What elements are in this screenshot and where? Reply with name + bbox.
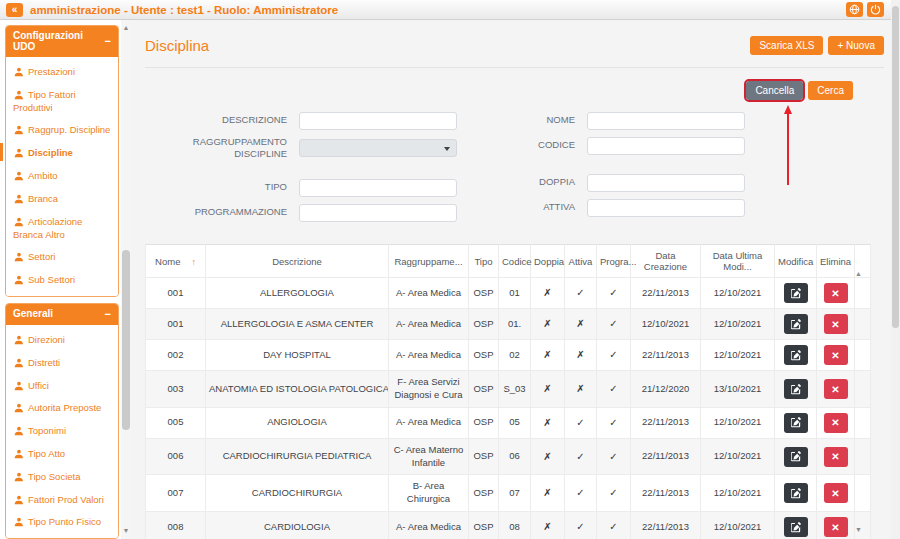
cell-tipo: OSP <box>469 371 499 408</box>
cell-nome: 001 <box>146 309 206 340</box>
sidebar-item-toponimi[interactable]: Toponimi <box>11 420 116 443</box>
edit-button[interactable] <box>784 413 808 433</box>
sidebar-item-branca[interactable]: Branca <box>11 188 116 211</box>
sidebar-item-fattori-prod-valori[interactable]: Fattori Prod Valori <box>11 489 116 512</box>
person-icon <box>13 495 23 505</box>
collapse-minus-icon[interactable]: − <box>105 308 111 320</box>
column-header-attiva[interactable]: Attiva <box>565 245 597 278</box>
sidebar-item-tipo-fattori-produttivi[interactable]: Tipo Fattori Produttivi <box>11 84 116 120</box>
column-header-data-creazione[interactable]: Data Creazione <box>631 245 701 278</box>
delete-button[interactable]: ✕ <box>824 345 848 365</box>
search-button[interactable]: Cerca <box>808 81 853 100</box>
sidebar-item-prestazioni[interactable]: Prestazioni <box>11 61 116 84</box>
filter-label-attiva: ATTIVA <box>529 201 587 213</box>
sidebar-item-ambito[interactable]: Ambito <box>11 165 116 188</box>
column-header-codice[interactable]: Codice <box>499 245 531 278</box>
cell-data-creazione: 22/11/2013 <box>631 438 701 475</box>
column-header-elimina[interactable]: Elimina <box>817 245 855 278</box>
delete-button[interactable]: ✕ <box>824 447 848 467</box>
cell-ragg: A- Area Medica <box>389 512 469 539</box>
column-header-label: Attiva <box>569 256 593 267</box>
sidebar-item-tipo-societa[interactable]: Tipo Societa <box>11 466 116 489</box>
table-scroll-down-icon[interactable]: ▼ <box>855 526 862 533</box>
tipo-input[interactable] <box>299 179 457 197</box>
edit-button[interactable] <box>784 283 808 303</box>
collapse-minus-icon[interactable]: − <box>105 35 111 47</box>
sidebar-item-settori[interactable]: Settori <box>11 246 116 269</box>
sidebar-panel-header-configurazioni-udo[interactable]: Configurazioni UDO− <box>6 26 118 57</box>
sidebar-panel-header-generali[interactable]: Generali− <box>6 304 118 325</box>
column-header-raggruppame[interactable]: Raggruppame... <box>389 245 469 278</box>
person-icon <box>13 252 23 262</box>
cell-data-creazione: 12/10/2021 <box>631 309 701 340</box>
sidebar-item-sub-settori[interactable]: Sub Settori <box>11 269 116 292</box>
column-header-modifica[interactable]: Modifica <box>775 245 817 278</box>
x-mark-icon: ✗ <box>543 287 551 298</box>
table-row: 001ALLERGOLOGIAA- Area MedicaOSP01✗✓✓22/… <box>146 278 871 309</box>
delete-button[interactable]: ✕ <box>824 517 848 537</box>
edit-button[interactable] <box>784 483 808 503</box>
person-icon <box>13 67 23 77</box>
descrizione-input[interactable] <box>299 112 457 130</box>
scroll-down-icon[interactable]: ▼ <box>121 526 131 536</box>
column-header-tipo[interactable]: Tipo <box>469 245 499 278</box>
column-header-label: Tipo <box>474 256 492 267</box>
delete-button[interactable]: ✕ <box>824 283 848 303</box>
delete-button[interactable]: ✕ <box>824 314 848 334</box>
edit-button[interactable] <box>784 314 808 334</box>
globe-icon[interactable] <box>846 2 863 17</box>
sidebar-item-label: Fattori Prod Valori <box>28 494 104 505</box>
edit-button[interactable] <box>784 379 808 399</box>
column-header-progra[interactable]: Progra... <box>597 245 631 278</box>
sidebar-panel-title: Configurazioni UDO <box>13 30 105 52</box>
edit-button[interactable] <box>784 517 808 537</box>
delete-button[interactable]: ✕ <box>824 483 848 503</box>
column-header-data-ultima-modi[interactable]: Data Ultima Modi... <box>701 245 775 278</box>
codice-input[interactable] <box>587 137 745 155</box>
sidebar-item-tipo-atto[interactable]: Tipo Atto <box>11 443 116 466</box>
sidebar-item-raggrup-discipline[interactable]: Raggrup. Discipline <box>11 119 116 142</box>
clear-button[interactable]: Cancella <box>746 81 803 100</box>
nome-input[interactable] <box>587 112 745 130</box>
edit-button[interactable] <box>784 345 808 365</box>
sidebar-item-autorita-preposte[interactable]: Autorita Preposte <box>11 397 116 420</box>
chevron-down-icon <box>444 147 450 151</box>
attiva-input[interactable] <box>587 199 745 217</box>
sidebar-item-articolazione-branca-altro[interactable]: Articolazione Branca Altro <box>11 211 116 247</box>
column-header-doppia[interactable]: Doppia <box>531 245 565 278</box>
sidebar-scrollbar-thumb[interactable] <box>122 250 130 430</box>
sidebar-collapse-button[interactable]: « <box>6 3 23 17</box>
cell-spacer <box>855 278 871 309</box>
sidebar-item-uffici[interactable]: Uffici <box>11 375 116 398</box>
column-header-descrizione[interactable]: Descrizione <box>206 245 389 278</box>
column-header-nome[interactable]: Nome↑ <box>146 245 206 278</box>
programmazione-input[interactable] <box>299 204 457 222</box>
cell-ragg: A- Area Medica <box>389 309 469 340</box>
sidebar-item-label: Articolazione Branca Altro <box>13 216 82 240</box>
scroll-up-icon[interactable]: ▲ <box>121 23 131 33</box>
sidebar-item-tipo-punto-fisico[interactable]: Tipo Punto Fisico <box>11 511 116 534</box>
delete-button[interactable]: ✕ <box>824 413 848 433</box>
sidebar-item-label: Tipo Punto Fisico <box>28 516 101 527</box>
cell-data-creazione: 22/11/2013 <box>631 475 701 512</box>
sidebar-item-distretti[interactable]: Distretti <box>11 352 116 375</box>
raggruppamento-discipline-select[interactable] <box>299 139 457 157</box>
pencil-square-icon <box>790 319 801 330</box>
cell-tipo: OSP <box>469 278 499 309</box>
table-row: 005ANGIOLOGIAA- Area MedicaOSP05✗✓✓22/11… <box>146 407 871 438</box>
new-button[interactable]: + Nuova <box>828 36 884 55</box>
page-scrollbar-thumb[interactable] <box>892 6 899 328</box>
delete-button[interactable]: ✕ <box>824 379 848 399</box>
page-scrollbar[interactable] <box>891 0 900 539</box>
edit-button[interactable] <box>784 447 808 467</box>
sort-asc-icon[interactable]: ↑ <box>191 257 196 267</box>
cell-doppia: ✗ <box>531 512 565 539</box>
download-xls-button[interactable]: Scarica XLS <box>750 36 823 55</box>
sidebar-item-direzioni[interactable]: Direzioni <box>11 329 116 352</box>
table-scroll-up-icon[interactable]: ▲ <box>855 270 862 277</box>
sidebar-scrollbar[interactable]: ▲ ▼ <box>121 20 131 539</box>
sidebar-item-discipline[interactable]: Discipline <box>11 142 116 165</box>
sidebar-item-label: Tipo Atto <box>28 448 65 459</box>
doppia-input[interactable] <box>587 174 745 192</box>
power-icon[interactable] <box>867 2 884 17</box>
